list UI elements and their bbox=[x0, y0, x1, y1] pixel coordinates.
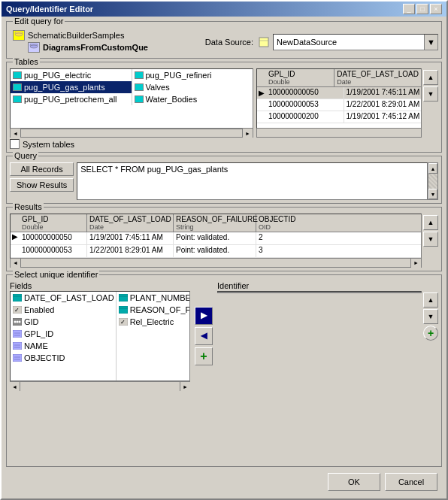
list-item[interactable]: PLANT_NUMBE bbox=[117, 292, 189, 304]
scroll-track bbox=[20, 382, 180, 391]
query-scroll-up[interactable]: ▲ bbox=[428, 163, 437, 174]
field-icon-dots bbox=[12, 317, 23, 327]
tables-label: Tables bbox=[13, 57, 40, 66]
field-icon-check: ✓ bbox=[12, 305, 23, 315]
list-item[interactable]: GID bbox=[11, 316, 116, 328]
results-scroll-up[interactable]: ▲ bbox=[423, 215, 438, 230]
maximize-button[interactable]: □ bbox=[416, 4, 428, 14]
tables-list[interactable]: pug_PUG_electric pug_PUG_gas_plants pug_… bbox=[10, 68, 253, 129]
svg-rect-20 bbox=[13, 354, 22, 362]
table-row[interactable]: 100000000200 1/19/2001 7:45:12 AM bbox=[257, 111, 421, 123]
tables-horizontal-scrollbar[interactable]: ◄ ► bbox=[10, 129, 253, 138]
transfer-left-button[interactable]: ◀ bbox=[195, 327, 213, 345]
identifier-scroll-up[interactable]: ▲ bbox=[423, 292, 438, 308]
preview-horizontal-scrollbar[interactable] bbox=[256, 129, 422, 138]
list-item[interactable]: pug_PUG_petrochem_all bbox=[11, 93, 132, 105]
fields-list[interactable]: DATE_OF_LAST_LOAD ✓ Enabled bbox=[10, 291, 190, 381]
edit-query-group: Edit query for SchematicBuilderSa bbox=[6, 21, 442, 59]
table-row[interactable]: ▶ 100000000050 1/19/2001 7:45:11 AM bbox=[257, 87, 421, 99]
select-uid-group: Select unique identifier Fields bbox=[6, 274, 442, 467]
fields-horizontal-scrollbar[interactable]: ◄ ► bbox=[10, 381, 190, 390]
datasource-combo[interactable]: NewDataSource ▼ bbox=[273, 34, 438, 50]
field-icon-field1 bbox=[12, 329, 23, 339]
identifier-horizontal-scrollbar[interactable] bbox=[217, 292, 422, 302]
list-item[interactable]: ✓ Rel_Electric bbox=[117, 316, 189, 328]
svg-text:✓: ✓ bbox=[14, 307, 20, 314]
datasource-row: Data Source: NewDataSource ▼ bbox=[205, 34, 438, 50]
db-icon bbox=[13, 30, 25, 41]
tables-group: Tables pug_PUG_electric bbox=[6, 62, 442, 153]
tree-child-label: DiagramsFromCustomQue bbox=[43, 43, 148, 52]
scroll-right-btn[interactable]: ► bbox=[180, 382, 190, 391]
arrow-col-header bbox=[11, 214, 20, 232]
svg-rect-4 bbox=[259, 38, 268, 47]
fields-col-2: PLANT_NUMBE REASON_OF_F bbox=[117, 292, 189, 380]
results-scroll-down[interactable]: ▼ bbox=[423, 232, 438, 247]
query-scroll-thumb[interactable] bbox=[428, 174, 437, 189]
results-table-container: GPL_ID Double DATE_OF_LAST_LOAD Date REA… bbox=[10, 214, 438, 268]
system-tables-checkbox[interactable] bbox=[10, 139, 20, 149]
child-db-icon bbox=[28, 41, 40, 53]
field-icon-reason bbox=[118, 305, 129, 315]
list-item[interactable]: ✓ Enabled bbox=[11, 304, 116, 316]
table-row[interactable]: 100000000053 1/22/2001 8:29:01 AM Point:… bbox=[11, 245, 421, 258]
cancel-button[interactable]: Cancel bbox=[385, 473, 437, 491]
select-uid-content: Fields DATE_OF_LAST_LOAD bbox=[10, 281, 438, 390]
scroll-left-btn[interactable]: ◄ bbox=[11, 259, 21, 268]
show-results-button[interactable]: Show Results bbox=[10, 178, 74, 192]
results-header: GPL_ID Double DATE_OF_LAST_LOAD Date REA… bbox=[11, 214, 421, 232]
query-text-area[interactable]: SELECT * FROM pug_PUG_gas_plants bbox=[77, 162, 428, 200]
scroll-left-btn[interactable]: ◄ bbox=[11, 129, 21, 138]
svg-point-12 bbox=[17, 321, 19, 323]
scroll-right-btn[interactable]: ► bbox=[410, 259, 421, 268]
fields-col-1: DATE_OF_LAST_LOAD ✓ Enabled bbox=[11, 292, 117, 380]
table-row[interactable]: ▶ 100000000050 1/19/2001 7:45:11 AM Poin… bbox=[11, 232, 421, 245]
row-arrow: ▶ bbox=[11, 232, 20, 244]
results-horizontal-scrollbar[interactable]: ◄ ► bbox=[10, 259, 422, 268]
minimize-button[interactable]: _ bbox=[403, 4, 415, 14]
close-button[interactable]: × bbox=[430, 4, 442, 14]
identifier-label: Identifier bbox=[217, 281, 438, 290]
query-label: Query bbox=[13, 151, 38, 160]
identifier-panel: Identifier ▲ ▼ + bbox=[217, 281, 438, 390]
row-arrow bbox=[257, 99, 266, 111]
row-arrow bbox=[257, 111, 266, 123]
list-item[interactable]: OBJECTID bbox=[11, 352, 116, 364]
child-db-icon-shape bbox=[28, 42, 40, 53]
add-button[interactable]: + bbox=[195, 347, 213, 365]
scroll-left-btn[interactable]: ◄ bbox=[10, 382, 20, 391]
datasource-label: Data Source: bbox=[205, 38, 253, 47]
list-item[interactable]: DATE_OF_LAST_LOAD bbox=[11, 292, 116, 304]
mini-table-panel: GPL_ID Double DATE_OF_LAST_LOAD Date ▶ bbox=[256, 68, 422, 138]
list-item[interactable]: Water_Bodies bbox=[132, 93, 253, 105]
all-records-button[interactable]: All Records bbox=[10, 162, 74, 176]
system-tables-label: System tables bbox=[23, 140, 74, 149]
identifier-action-btn[interactable]: + bbox=[423, 326, 438, 341]
list-item[interactable]: pug_PUG_refineri bbox=[132, 69, 253, 81]
scroll-right-btn[interactable]: ► bbox=[242, 129, 253, 138]
transfer-right-button[interactable]: ▶ bbox=[195, 307, 213, 325]
list-item[interactable]: REASON_OF_F bbox=[117, 304, 189, 316]
datasource-combo-arrow[interactable]: ▼ bbox=[424, 35, 437, 50]
identifier-scroll-down[interactable]: ▼ bbox=[423, 309, 438, 324]
tables-preview: GPL_ID Double DATE_OF_LAST_LOAD Date ▶ bbox=[256, 68, 422, 129]
results-side-arrows: ▲ ▼ bbox=[423, 214, 438, 268]
svg-rect-6 bbox=[13, 294, 22, 302]
scroll-down-button[interactable]: ▼ bbox=[423, 86, 438, 102]
svg-rect-23 bbox=[119, 294, 128, 302]
list-item[interactable]: GPL_ID bbox=[11, 328, 116, 340]
ok-button[interactable]: OK bbox=[328, 473, 380, 491]
query-vertical-scrollbar[interactable]: ▲ ▼ bbox=[428, 162, 438, 200]
scroll-up-button[interactable]: ▲ bbox=[423, 70, 438, 85]
list-item[interactable]: pug_PUG_electric bbox=[11, 69, 132, 81]
list-item[interactable]: Valves bbox=[132, 81, 253, 93]
table-icon-3 bbox=[12, 94, 23, 105]
field-icon-objectid bbox=[12, 353, 23, 363]
query-scroll-down[interactable]: ▼ bbox=[428, 189, 437, 199]
list-item[interactable]: NAME bbox=[11, 340, 116, 352]
list-item[interactable]: pug_PUG_gas_plants bbox=[11, 81, 132, 93]
table-row[interactable]: 100000000053 1/22/2001 8:29:01 AM bbox=[257, 99, 421, 111]
main-window: Query/Identifier Editor _ □ × Edit query… bbox=[0, 0, 448, 500]
table-icon-2 bbox=[12, 82, 23, 92]
tree-parent-row: SchematicBuilderSamples bbox=[13, 29, 148, 41]
